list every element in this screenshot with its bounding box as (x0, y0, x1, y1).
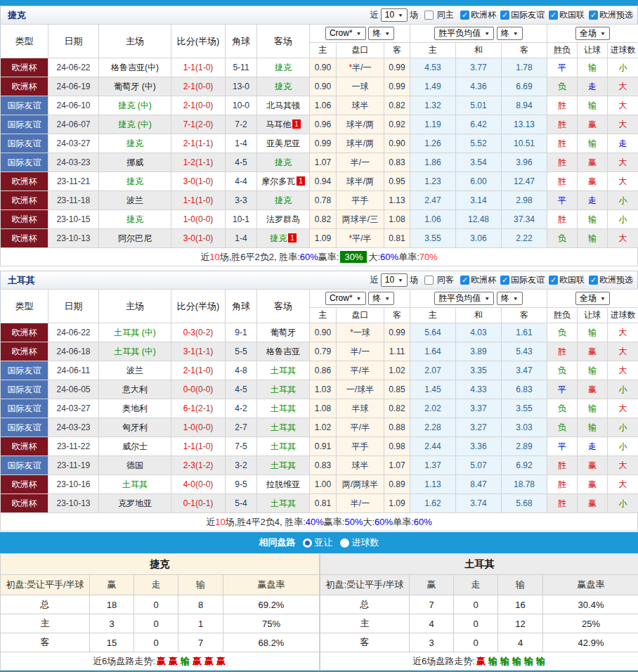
result-cell: 负 (547, 399, 578, 418)
corner-cell: 4-8 (226, 361, 257, 380)
match-row: 欧洲杯23-10-13阿尔巴尼3-0(1-0)1-4捷克11.09*平/半0.8… (1, 229, 638, 248)
odds-final-dropdown[interactable]: 终▼ (368, 292, 394, 305)
same-venue-checkbox[interactable] (424, 11, 434, 20)
type-badge-cell: 国际友谊 (1, 115, 48, 134)
summary-segment: 50% (344, 517, 363, 527)
home-odds-cell: 0.94 (310, 172, 337, 191)
compare-cell: 客 (320, 633, 410, 652)
odds-source-dropdown[interactable]: Crow*▼ (325, 27, 366, 40)
goals-radio-option[interactable]: 进球数 (340, 536, 379, 549)
scope-dropdown[interactable]: 全场▼ (575, 292, 610, 305)
league-checkbox[interactable]: ✓ (549, 11, 558, 20)
half-time-score: (1-0) (195, 195, 213, 205)
chevron-down-icon: ▼ (513, 295, 519, 303)
match-row: 欧洲杯23-11-22威尔士1-1(1-0)7-5土耳其0.91平手0.982.… (1, 437, 638, 456)
away-team-name: 捷克 (270, 233, 287, 243)
compare-cell: 0 (454, 595, 498, 614)
games-count-dropdown[interactable]: 10▼ (381, 273, 408, 287)
corner-cell: 4-2 (226, 399, 257, 418)
summary-segment: 10 (215, 517, 225, 527)
date-cell: 23-11-19 (48, 456, 99, 475)
away-team-cell: 土耳其 (257, 418, 310, 437)
col-score: 比分(半场) (171, 290, 226, 323)
match-row: 欧洲杯23-11-21捷克3-0(1-0)4-4摩尔多瓦10.94球半/两0.9… (1, 172, 638, 191)
col-avg-away: 客 (502, 308, 547, 323)
avg-home-cell: 1.86 (410, 153, 456, 172)
away-odds-cell: 0.89 (384, 475, 410, 494)
compare-cell: 12 (498, 614, 543, 633)
handicap-radio-label: 亚让 (315, 536, 333, 549)
score-cell: 1-0(0-0) (171, 418, 226, 437)
away-team-cell: 捷克 (257, 77, 310, 96)
compare-team-title: 捷克 (1, 554, 320, 575)
away-team-name: 摩尔多瓦 (261, 176, 295, 186)
games-count-dropdown[interactable]: 10▼ (381, 8, 408, 22)
home-team-cell: 意大利 (99, 380, 171, 399)
full-time-score: 0-3 (183, 328, 195, 337)
avg-dropdown-group: 胜平负均值▼ 终▼ (410, 25, 547, 43)
result-cell: 胜 (547, 153, 578, 172)
date-cell: 23-10-15 (48, 210, 99, 229)
same-venue-checkbox[interactable] (424, 276, 434, 285)
league-checkbox-label: 欧洲预选 (599, 10, 633, 20)
type-badge-cell: 国际友谊 (1, 361, 48, 380)
trend-result: 赢 (193, 656, 202, 666)
league-checkbox[interactable]: ✓ (500, 11, 509, 20)
avg-type-dropdown[interactable]: 胜平负均值▼ (434, 27, 494, 40)
score-cell: 0-0(0-0) (171, 380, 226, 399)
score-cell: 3-1(1-1) (171, 342, 226, 361)
avg-final-dropdown[interactable]: 终▼ (497, 292, 523, 305)
corner-cell: 10-0 (226, 96, 257, 115)
handicap-result-cell: 输 (578, 210, 608, 229)
odds-final-dropdown[interactable]: 终▼ (368, 27, 394, 40)
home-team-name: 土耳其 (中) (114, 347, 155, 356)
league-checkbox[interactable]: ✓ (500, 276, 509, 285)
date-cell: 23-11-22 (48, 437, 99, 456)
handicap-cell: 半/一 (337, 153, 384, 172)
home-odds-cell: 1.07 (310, 153, 337, 172)
date-cell: 24-06-07 (48, 115, 99, 134)
compare-cell: 0 (134, 614, 178, 633)
handicap-radio-option[interactable]: 亚让 (303, 536, 333, 549)
avg-final-dropdown[interactable]: 终▼ (497, 27, 523, 40)
home-team-cell: 阿尔巴尼 (99, 229, 171, 248)
match-row: 欧洲杯24-06-22格鲁吉亚(中)1-1(1-0)5-11捷克0.90*半/一… (1, 58, 638, 77)
type-badge-cell: 欧洲杯 (1, 58, 48, 77)
compare-cell: 8 (178, 595, 223, 614)
odds-source-dropdown[interactable]: Crow*▼ (325, 292, 366, 305)
half-time-score: (0-0) (195, 385, 213, 394)
date-cell: 23-10-13 (48, 229, 99, 248)
goals-cell: 大 (608, 96, 638, 115)
scope-dropdown[interactable]: 全场▼ (575, 27, 610, 40)
home-team-name: 格鲁吉亚(中) (111, 63, 159, 72)
home-team-cell: 捷克 (99, 172, 171, 191)
avg-away-cell: 37.34 (502, 210, 547, 229)
home-team-name: 葡萄牙 (中) (114, 82, 155, 91)
full-time-score: 2-1 (183, 101, 195, 110)
league-checkbox[interactable]: ✓ (460, 11, 469, 20)
avg-home-cell: 1.32 (410, 96, 456, 115)
league-checkbox[interactable]: ✓ (589, 276, 598, 285)
league-checkbox[interactable]: ✓ (460, 276, 469, 285)
compare-team-title: 土耳其 (320, 554, 638, 575)
match-row: 国际友谊24-03-23匈牙利1-0(0-0)2-7土耳其1.02平/半0.88… (1, 418, 638, 437)
compare-col-push: 走 (454, 575, 498, 595)
col-away: 客场 (257, 290, 310, 323)
compare-tables: 捷克 初盘:受让平手/半球 赢 走 输 赢盘率 总180869.2%主30175… (0, 553, 638, 671)
chevron-down-icon: ▼ (600, 30, 606, 38)
goals-radio[interactable] (340, 538, 349, 548)
match-row: 欧洲杯23-10-15捷克1-0(0-0)10-1法罗群岛0.82两球半/三1.… (1, 210, 638, 229)
avg-type-dropdown[interactable]: 胜平负均值▼ (434, 292, 494, 305)
league-checkbox[interactable]: ✓ (549, 276, 558, 285)
chevron-down-icon: ▼ (356, 30, 362, 38)
half-time-score: (1-0) (195, 63, 213, 72)
handicap-radio[interactable] (303, 538, 312, 548)
goals-cell: 小 (608, 210, 638, 229)
league-checkbox[interactable]: ✓ (589, 11, 598, 20)
handicap-cell: 平手 (337, 437, 384, 456)
league-filters: ✓欧洲杯✓国际友谊✓欧国联✓欧洲预选 (456, 9, 633, 21)
home-team-name: 土耳其 (122, 479, 148, 489)
filter-controls: 近 10▼ 场 同客 ✓欧洲杯✓国际友谊✓欧国联✓欧洲预选 (370, 273, 633, 287)
away-team-name: 土耳其 (271, 403, 296, 413)
handicap-cell: *一球 (337, 323, 384, 342)
